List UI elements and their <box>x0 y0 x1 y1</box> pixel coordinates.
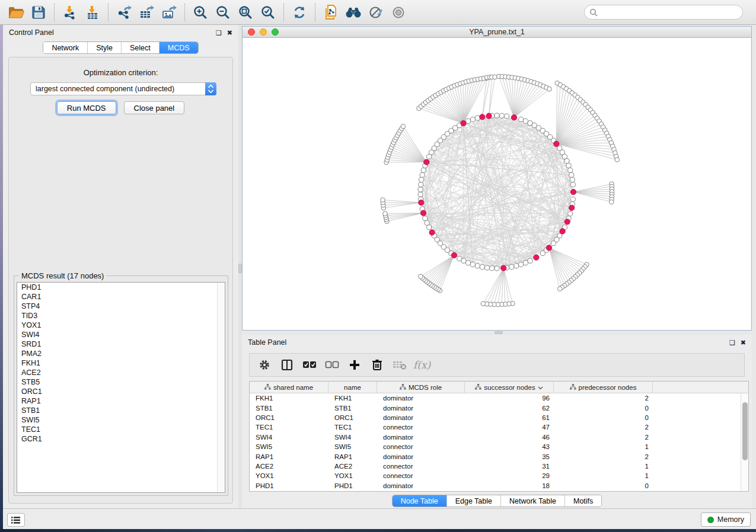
graph-node[interactable] <box>495 266 499 271</box>
table-row[interactable]: RAP1RAP1dominator352 <box>250 451 741 461</box>
close-panel-button[interactable]: Close panel <box>124 101 185 114</box>
hide-annotations-icon[interactable] <box>365 2 387 23</box>
graph-node[interactable] <box>383 211 388 216</box>
graph-hub-node[interactable] <box>511 115 516 120</box>
table-row[interactable]: ACE2ACE2connector311 <box>250 462 741 471</box>
tab-edge-table[interactable]: Edge Table <box>447 495 501 507</box>
table-row[interactable]: PHD1PHD1dominator180 <box>250 481 741 491</box>
zoom-in-icon[interactable] <box>189 2 212 23</box>
graph-node[interactable] <box>551 241 556 246</box>
mcds-result-item[interactable]: SWI4 <box>17 330 225 339</box>
mcds-result-item[interactable]: STP4 <box>17 302 225 311</box>
graph-hub-node[interactable] <box>534 255 539 260</box>
float-window-icon[interactable]: ❑ <box>729 339 735 346</box>
delete-column-icon[interactable] <box>367 355 387 374</box>
table-cell[interactable]: SWI4 <box>328 434 377 441</box>
table-cell[interactable]: 0 <box>554 482 653 489</box>
graph-node[interactable] <box>495 113 499 118</box>
table-cell[interactable]: 18 <box>465 482 554 489</box>
table-cell[interactable]: dominator <box>377 395 465 402</box>
graph-node[interactable] <box>568 211 573 216</box>
mcds-result-item[interactable]: TID3 <box>17 311 225 321</box>
graph-node[interactable] <box>519 262 524 267</box>
table-cell[interactable]: SWI4 <box>250 434 328 441</box>
graph-node[interactable] <box>566 163 571 168</box>
graph-node[interactable] <box>568 168 573 172</box>
memory-button[interactable]: Memory <box>701 512 751 527</box>
graph-hub-node[interactable] <box>486 113 492 118</box>
mcds-result-item[interactable]: CAR1 <box>17 292 225 302</box>
save-session-icon[interactable] <box>27 2 50 23</box>
column-header-shared-name[interactable]: shared name <box>250 382 328 393</box>
graph-hub-node[interactable] <box>451 252 457 258</box>
graph-node[interactable] <box>504 114 509 118</box>
tab-network-table[interactable]: Network Table <box>501 495 565 507</box>
mcds-result-item[interactable]: PMA2 <box>17 349 225 358</box>
column-header-MCDS-role[interactable]: MCDS role <box>377 382 465 393</box>
mcds-result-item[interactable]: TEC1 <box>17 425 225 434</box>
mcds-result-item[interactable]: PHD1 <box>17 283 225 292</box>
delete-table-icon[interactable] <box>390 355 410 374</box>
search-field[interactable] <box>584 5 743 20</box>
table-cell[interactable]: 2 <box>554 424 653 431</box>
table-cell[interactable]: 61 <box>465 414 554 421</box>
graph-node[interactable] <box>457 256 462 261</box>
show-column-panel-icon[interactable] <box>277 355 297 374</box>
graph-node[interactable] <box>514 264 519 268</box>
graph-node[interactable] <box>418 187 423 192</box>
import-network-icon[interactable] <box>59 2 81 23</box>
float-window-icon[interactable]: ❑ <box>216 30 222 36</box>
graph-node[interactable] <box>523 261 528 265</box>
table-cell[interactable]: TEC1 <box>328 424 377 431</box>
table-cell[interactable]: ACE2 <box>328 463 377 470</box>
table-cell[interactable]: 35 <box>465 453 554 460</box>
table-cell[interactable]: dominator <box>377 453 465 460</box>
table-row[interactable]: TEC1TEC1connector472 <box>250 422 741 432</box>
column-header-successor-nodes[interactable]: successor nodes <box>465 382 554 393</box>
graph-node[interactable] <box>381 198 385 203</box>
close-panel-icon[interactable]: ✖ <box>227 30 232 36</box>
table-cell[interactable]: 29 <box>465 472 554 479</box>
graph-node[interactable] <box>540 251 545 255</box>
graph-node[interactable] <box>401 124 406 129</box>
table-cell[interactable]: ORC1 <box>328 414 377 421</box>
table-cell[interactable]: dominator <box>377 434 465 441</box>
close-panel-icon[interactable]: ✖ <box>741 339 746 346</box>
mcds-list-scrollbar[interactable] <box>217 283 225 492</box>
table-cell[interactable]: PHD1 <box>250 482 328 489</box>
graph-hub-node[interactable] <box>501 265 506 271</box>
graph-node[interactable] <box>570 182 575 187</box>
export-network-icon[interactable] <box>113 2 135 23</box>
table-cell[interactable]: 1 <box>554 472 653 479</box>
open-file-icon[interactable] <box>5 2 27 23</box>
tab-network[interactable]: Network <box>43 42 88 53</box>
tab-node-table[interactable]: Node Table <box>393 495 447 507</box>
add-column-icon[interactable] <box>344 355 365 374</box>
table-cell[interactable]: 2 <box>554 453 653 460</box>
graph-node[interactable] <box>564 159 569 164</box>
tab-motifs[interactable]: Motifs <box>565 495 601 507</box>
table-row[interactable]: SWI4SWI4dominator462 <box>250 432 741 442</box>
zoom-fit-icon[interactable] <box>234 2 257 23</box>
graph-node[interactable] <box>519 117 524 122</box>
table-cell[interactable]: STB1 <box>328 405 377 412</box>
graph-node[interactable] <box>570 177 575 182</box>
splitter-grip[interactable] <box>495 331 503 334</box>
table-scrollbar-thumb[interactable] <box>742 402 748 460</box>
zoom-out-icon[interactable] <box>212 2 234 23</box>
mcds-result-item[interactable]: FKH1 <box>17 358 225 368</box>
graph-node[interactable] <box>569 172 574 177</box>
graph-node[interactable] <box>562 154 567 159</box>
zoom-selected-icon[interactable] <box>257 2 279 23</box>
table-cell[interactable]: 43 <box>465 443 554 450</box>
graph-node[interactable] <box>557 287 562 291</box>
column-header-name[interactable]: name <box>328 382 377 393</box>
graph-hub-node[interactable] <box>480 114 485 120</box>
graph-hub-node[interactable] <box>420 210 426 216</box>
mcds-result-item[interactable]: ORC1 <box>17 387 225 396</box>
table-cell[interactable]: ACE2 <box>250 463 328 470</box>
table-cell[interactable]: RAP1 <box>250 453 328 460</box>
table-cell[interactable]: 0 <box>554 405 653 412</box>
graph-hub-node[interactable] <box>424 159 429 165</box>
table-cell[interactable]: 1 <box>554 443 653 450</box>
